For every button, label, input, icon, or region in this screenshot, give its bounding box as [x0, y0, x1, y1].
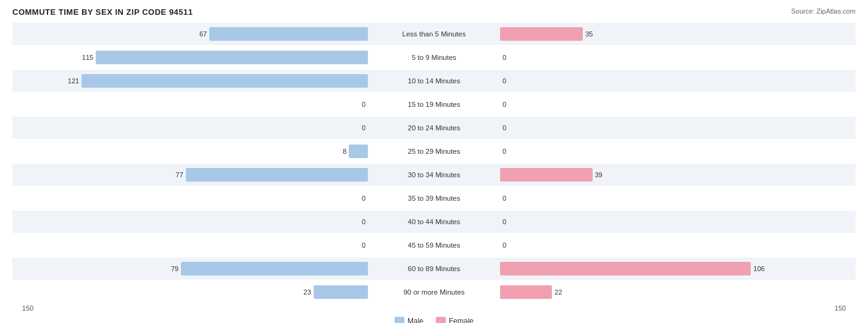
table-row: 825 to 29 Minutes0: [12, 140, 856, 162]
female-value: 39: [595, 171, 603, 178]
female-value: 35: [585, 30, 593, 38]
female-value: 0: [503, 195, 506, 202]
axis-left: 150: [12, 304, 43, 312]
row-label: Less than 5 Minutes: [370, 30, 498, 38]
row-label: 25 to 29 Minutes: [370, 148, 498, 155]
chart-title: COMMUTE TIME BY SEX IN ZIP CODE 94511: [12, 7, 856, 17]
row-label: 30 to 34 Minutes: [370, 171, 498, 178]
rows-area: 67Less than 5 Minutes351155 to 9 Minutes…: [12, 23, 856, 303]
table-row: 7730 to 34 Minutes39: [12, 164, 856, 186]
row-label: 40 to 44 Minutes: [370, 218, 498, 225]
table-row: 015 to 19 Minutes0: [12, 93, 856, 115]
row-label: 35 to 39 Minutes: [370, 195, 498, 202]
table-row: 7960 to 89 Minutes106: [12, 258, 856, 280]
row-label: 45 to 59 Minutes: [370, 241, 498, 249]
female-bar: [500, 262, 751, 275]
female-value: 0: [503, 101, 506, 108]
chart-container: COMMUTE TIME BY SEX IN ZIP CODE 94511 So…: [0, 0, 868, 323]
male-bar: [349, 145, 368, 158]
male-value: 0: [362, 218, 365, 225]
table-row: 1155 to 9 Minutes0: [12, 46, 856, 69]
male-bar: [186, 168, 368, 182]
legend-male: Male: [394, 317, 424, 323]
female-bar: [500, 27, 583, 41]
table-row: 045 to 59 Minutes0: [12, 234, 856, 256]
row-label: 60 to 89 Minutes: [370, 265, 498, 272]
male-value: 77: [176, 171, 183, 178]
legend: Male Female: [12, 317, 856, 323]
male-bar: [81, 74, 368, 88]
male-value: 0: [362, 241, 365, 249]
legend-male-label: Male: [407, 317, 424, 323]
axis-right: 150: [825, 304, 856, 312]
row-label: 90 or more Minutes: [370, 288, 498, 296]
row-label: 20 to 24 Minutes: [370, 124, 498, 132]
row-label: 10 to 14 Minutes: [370, 77, 498, 85]
female-value: 0: [503, 54, 506, 61]
female-value: 22: [554, 288, 562, 296]
male-value: 115: [82, 54, 93, 61]
male-bar: [96, 51, 368, 64]
legend-female-color: [436, 317, 446, 323]
female-value: 0: [503, 218, 506, 225]
male-bar: [209, 27, 368, 41]
male-value: 79: [171, 265, 178, 272]
male-value: 0: [362, 101, 365, 108]
male-bar: [314, 285, 368, 299]
table-row: 020 to 24 Minutes0: [12, 117, 856, 139]
female-value: 0: [503, 77, 506, 85]
table-row: 035 to 39 Minutes0: [12, 187, 856, 209]
legend-male-color: [394, 317, 404, 323]
female-value: 0: [503, 148, 506, 155]
female-bar: [500, 168, 593, 182]
row-label: 15 to 19 Minutes: [370, 101, 498, 108]
male-value: 0: [362, 195, 365, 202]
table-row: 040 to 44 Minutes0: [12, 211, 856, 233]
male-value: 8: [343, 148, 346, 155]
male-value: 67: [199, 30, 207, 38]
male-value: 0: [362, 124, 365, 132]
female-value: 106: [753, 265, 764, 272]
male-value: 23: [304, 288, 311, 296]
table-row: 2390 or more Minutes22: [12, 281, 856, 303]
female-value: 0: [503, 124, 506, 132]
male-bar: [181, 262, 368, 275]
legend-female-label: Female: [449, 317, 474, 323]
table-row: 67Less than 5 Minutes35: [12, 23, 856, 45]
row-label: 5 to 9 Minutes: [370, 54, 498, 61]
female-value: 0: [503, 241, 506, 249]
axis-labels: 150 150: [12, 304, 856, 312]
table-row: 12110 to 14 Minutes0: [12, 70, 856, 92]
source-label: Source: ZipAtlas.com: [791, 7, 856, 15]
male-value: 121: [68, 77, 79, 85]
female-bar: [500, 285, 552, 299]
legend-female: Female: [436, 317, 474, 323]
